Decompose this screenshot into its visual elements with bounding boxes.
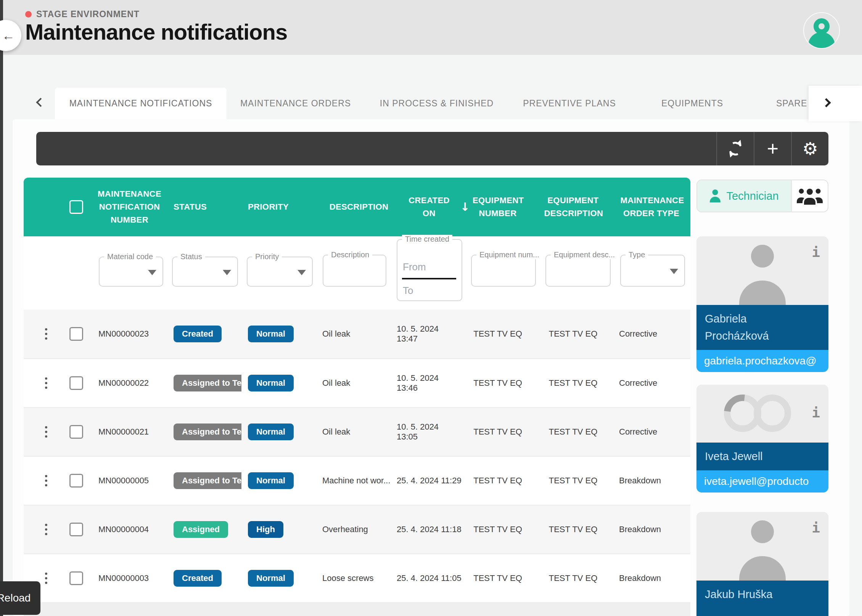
maintenance-notifications-page: STAGE ENVIRONMENT Maintenance notificati… [0,0,862,616]
table-toolbar: + ⚙ [36,132,828,165]
technician-name: Iveta Jewell [696,443,828,470]
equipment-number-cell: TEST TV EQ [462,554,534,602]
select-all-checkbox[interactable] [69,200,83,214]
status-badge: Created [174,326,222,342]
notification-number: MN00000022 [92,359,167,407]
row-checkbox[interactable] [69,425,83,439]
add-notification-button[interactable]: + [754,132,791,165]
technician-email: iveta.jewell@producto [696,470,828,492]
equipment-description-cell: TEST TV EQ [534,310,612,358]
created-on-cell: 10. 5. 2024 13:05 [397,408,462,456]
table-header: MAINTENANCE NOTIFICATION NUMBER STATUS P… [24,178,690,236]
row-checkbox[interactable] [69,376,83,390]
filter-material-code[interactable]: Material code [99,257,163,287]
assignee-view-toggle: Technician [696,180,828,212]
status-badge: Assigned to Te [174,424,241,440]
info-icon[interactable]: i [812,245,820,259]
filter-status[interactable]: Status [172,257,238,287]
table-row[interactable]: MN00000022 Assigned to Te Normal Oil lea… [24,358,690,407]
settings-button[interactable]: ⚙ [791,132,828,165]
tab-equipments[interactable]: EQUIPMENTS [654,88,730,119]
column-header-order-type[interactable]: MAINTENANCE ORDER TYPE [621,194,682,220]
priority-badge: Normal [248,375,294,391]
row-menu-kebab-icon[interactable] [43,424,50,440]
technician-card[interactable]: i Iveta Jewell iveta.jewell@producto [696,385,828,492]
filter-priority[interactable]: Priority [247,257,313,287]
equipment-description-cell: TEST TV EQ [534,408,612,456]
back-arrow-icon: ← [2,28,15,43]
row-checkbox[interactable] [69,571,83,585]
row-checkbox[interactable] [69,474,83,488]
tab-spare-parts[interactable]: SPARE [776,88,811,119]
table-row[interactable]: MN00000005 Assigned to Te Normal Machine… [24,456,690,505]
column-header-description[interactable]: DESCRIPTION [330,201,389,213]
created-on-cell: 25. 4. 2024 11:29 [397,457,462,505]
tab-maintenance-orders[interactable]: MAINTENANCE ORDERS [242,88,349,119]
equipment-number-cell: TEST TV EQ [462,457,534,505]
table-row[interactable]: MN00000021 Assigned to Te Normal Oil lea… [24,407,690,456]
user-profile-button[interactable] [803,12,840,49]
tabs-scroll-left-button[interactable] [37,99,44,107]
row-menu-kebab-icon[interactable] [43,521,50,537]
table-row[interactable]: MN00000023 Created Normal Oil leak 10. 5… [24,310,690,358]
info-icon[interactable]: i [812,521,820,535]
table-row[interactable]: MN00000003 Created Normal Loose screws 2… [24,553,690,602]
equipment-description-cell: TEST TV EQ [534,359,612,407]
reload-button[interactable]: Reload [0,581,40,615]
description-cell: Loose screws [321,554,397,602]
technician-card[interactable]: i Gabriela Procházková gabriela.prochazk… [696,236,828,372]
row-menu-kebab-icon[interactable] [43,473,50,489]
status-badge: Assigned to Te [174,472,241,489]
order-type-cell: Breakdown [612,505,690,553]
created-on-cell: 25. 4. 2024 11:05 [397,554,462,602]
table-row-partial[interactable] [24,602,690,616]
column-header-created-on[interactable]: CREATED ON [408,194,450,220]
order-type-cell: Corrective [612,310,690,358]
page-header: STAGE ENVIRONMENT Maintenance notificati… [0,0,862,55]
column-header-notification-number[interactable]: MAINTENANCE NOTIFICATION NUMBER [97,188,162,226]
tabs-scroll-right-button[interactable] [823,99,830,107]
filter-equipment-description-input[interactable]: Equipment desc... [545,255,611,287]
equipment-number-cell: TEST TV EQ [462,408,534,456]
row-menu-kebab-icon[interactable] [43,326,50,342]
description-cell: Oil leak [321,359,397,407]
filter-description-input[interactable]: Description [323,255,386,287]
toggle-team-segment[interactable] [791,180,828,212]
row-checkbox[interactable] [69,523,83,536]
tab-preventive-plans[interactable]: PREVENTIVE PLANS [520,88,619,119]
column-header-priority[interactable]: PRIORITY [248,201,289,213]
table-row[interactable]: MN00000004 Assigned High Overheating 25.… [24,505,690,553]
plus-icon: + [767,139,778,159]
priority-badge: Normal [248,424,294,440]
time-created-from-input[interactable] [403,261,456,273]
tab-maintenance-notifications[interactable]: MAINTENANCE NOTIFICATIONS [55,88,227,119]
status-badge: Created [174,570,222,587]
equipment-number-cell: TEST TV EQ [462,505,534,553]
filter-equipment-number-input[interactable]: Equipment num... [471,255,536,287]
left-nav-sliver [0,0,3,616]
column-header-equipment-description[interactable]: EQUIPMENT DESCRIPTION [544,194,602,220]
refresh-button[interactable] [716,132,754,165]
technician-avatar: i [696,236,828,305]
row-menu-kebab-icon[interactable] [43,570,50,586]
toggle-technician-segment[interactable]: Technician [697,180,791,212]
notification-number: MN00000005 [92,457,167,505]
technician-name: Jakub Hruška [696,581,828,616]
dropdown-caret-icon [298,270,306,275]
status-badge: Assigned [174,521,228,538]
row-checkbox[interactable] [69,327,83,341]
column-header-status[interactable]: STATUS [174,201,207,213]
filter-type[interactable]: Type [620,255,685,287]
technician-toggle-label: Technician [726,190,778,202]
priority-badge: Normal [248,326,294,342]
filter-time-created[interactable]: Time created [397,239,462,301]
equipment-number-cell: TEST TV EQ [462,359,534,407]
equipment-description-cell: TEST TV EQ [534,457,612,505]
row-menu-kebab-icon[interactable] [43,375,50,391]
column-header-equipment-number[interactable]: EQUIPMENT NUMBER [473,194,523,220]
tab-in-process-finished[interactable]: IN PROCESS & FINISHED [380,88,494,119]
time-created-to-input[interactable] [403,285,456,297]
info-icon[interactable]: i [812,406,820,420]
person-avatar-icon [751,520,774,543]
technician-card[interactable]: i Jakub Hruška [696,512,828,616]
